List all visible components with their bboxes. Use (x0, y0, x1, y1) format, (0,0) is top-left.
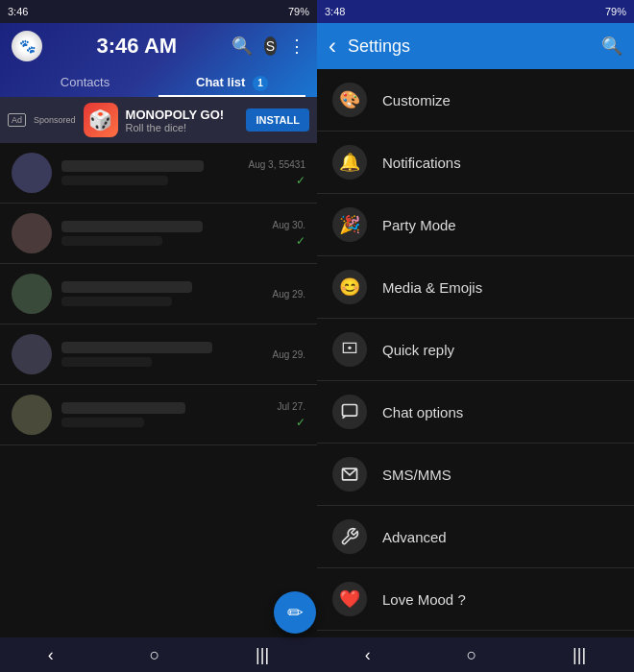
svg-rect-1 (343, 405, 357, 417)
partymode-icon: 🎉 (332, 207, 367, 242)
avatar (12, 153, 52, 193)
ad-subtitle: Roll the dice! (126, 122, 239, 133)
ad-label: Ad (8, 113, 26, 127)
chat-item[interactable]: Jul 27. ✓ (0, 385, 317, 445)
right-status-bar: 3:48 79% (317, 0, 634, 23)
right-back-nav-icon[interactable]: ‹ (365, 645, 371, 665)
ad-title: MONOPOLY GO! (126, 108, 239, 122)
sms-mms-label: SMS/MMS (382, 467, 451, 483)
settings-item-notifications[interactable]: 🔔 Notifications (317, 132, 634, 194)
chat-content (61, 402, 268, 427)
back-button[interactable]: ‹ (329, 33, 336, 60)
notifications-label: Notifications (382, 155, 461, 171)
advanced-label: Advanced (382, 529, 447, 545)
settings-list: 🎨 Customize 🔔 Notifications 🎉 Party Mode… (317, 69, 634, 637)
chat-item[interactable]: Aug 29. (0, 264, 317, 324)
chat-name (61, 402, 185, 414)
media-emojis-icon: 😊 (332, 270, 367, 304)
love-mood-icon: ❤️ (332, 582, 367, 616)
left-clock: 3:46 AM (42, 34, 232, 59)
ad-icon: 🎲 (84, 103, 118, 137)
chat-options-icon (332, 395, 367, 429)
settings-search-icon[interactable]: 🔍 (601, 36, 622, 57)
home-nav-icon[interactable]: ○ (150, 645, 160, 665)
right-home-nav-icon[interactable]: ○ (467, 645, 477, 665)
chat-item[interactable]: Aug 3, 55431 ✓ (0, 143, 317, 204)
search-icon[interactable]: 🔍 (232, 36, 253, 57)
settings-title: Settings (348, 36, 590, 57)
ad-text: MONOPOLY GO! Roll the dice! (126, 108, 239, 133)
right-header: ‹ Settings 🔍 (317, 23, 634, 69)
chat-check: ✓ (296, 174, 305, 187)
left-status-bar: 3:46 79% (0, 0, 317, 23)
chat-content (61, 342, 263, 367)
svg-point-0 (348, 347, 351, 349)
chat-meta: Aug 29. (273, 349, 305, 360)
tab-contacts[interactable]: Contacts (12, 69, 158, 97)
right-time-status: 3:48 (325, 6, 345, 17)
tab-chatlist[interactable]: Chat list 1 (158, 69, 305, 97)
right-recents-nav-icon[interactable]: ||| (573, 645, 586, 665)
chat-name (61, 160, 204, 172)
right-nav-bar: ‹ ○ ||| (317, 637, 634, 672)
chat-meta: Aug 30. ✓ (273, 220, 305, 248)
chat-meta: Jul 27. ✓ (278, 401, 305, 429)
left-panel: 3:46 79% 🐾 3:46 AM 🔍 S ⋮ Contacts Chat l… (0, 0, 317, 672)
advanced-icon (332, 519, 367, 554)
chat-time: Aug 29. (273, 289, 305, 300)
chat-preview (61, 297, 172, 306)
media-emojis-label: Media & Emojis (382, 279, 482, 296)
love-mood-label: Love Mood ? (382, 591, 466, 608)
left-nav-bar: ‹ ○ ||| (0, 637, 317, 672)
partymode-label: Party Mode (382, 217, 456, 233)
settings-item-media-emojis[interactable]: 😊 Media & Emojis (317, 256, 634, 319)
avatar (12, 334, 52, 374)
settings-item-customize[interactable]: 🎨 Customize (317, 69, 634, 132)
sponsored-label: Sponsored (34, 115, 76, 125)
chat-name (61, 281, 192, 293)
chat-preview (61, 176, 168, 185)
recents-nav-icon[interactable]: ||| (256, 645, 269, 665)
install-button[interactable]: INSTALL (246, 108, 309, 132)
chat-preview (61, 236, 162, 246)
back-nav-icon[interactable]: ‹ (48, 645, 54, 665)
settings-item-sms-mms[interactable]: SMS/MMS (317, 444, 634, 506)
chat-check: ✓ (296, 416, 305, 429)
chat-content (61, 221, 263, 246)
chat-name (61, 221, 203, 232)
chat-time: Jul 27. (278, 401, 305, 412)
chat-item[interactable]: Aug 29. (0, 324, 317, 385)
chat-time: Aug 29. (273, 349, 305, 360)
quick-reply-icon (332, 332, 367, 367)
sms-mms-icon (332, 457, 367, 492)
right-panel: 3:48 79% ‹ Settings 🔍 🎨 Customize 🔔 Noti… (317, 0, 634, 672)
chat-preview (61, 418, 144, 427)
left-tabs: Contacts Chat list 1 (12, 69, 305, 97)
app-logo: 🐾 (12, 31, 42, 61)
chat-preview (61, 357, 152, 367)
settings-item-advanced[interactable]: Advanced (317, 506, 634, 568)
quick-reply-label: Quick reply (382, 342, 454, 358)
avatar (12, 213, 52, 253)
chat-list: Aug 3, 55431 ✓ Aug 30. ✓ Aug 29. (0, 143, 317, 637)
avatar (12, 274, 52, 314)
notifications-icon: 🔔 (332, 145, 367, 180)
studio-icon[interactable]: S (264, 36, 277, 56)
chat-meta: Aug 29. (273, 289, 305, 300)
chat-item[interactable]: Aug 30. ✓ (0, 204, 317, 264)
avatar (12, 395, 52, 435)
chat-time: Aug 3, 55431 (249, 159, 306, 170)
chat-name (61, 342, 212, 353)
left-time-status: 3:46 (8, 6, 28, 17)
chat-badge: 1 (253, 76, 268, 91)
settings-item-partymode[interactable]: 🎉 Party Mode (317, 194, 634, 256)
compose-fab[interactable]: ✏ (274, 591, 316, 634)
more-icon[interactable]: ⋮ (288, 36, 305, 57)
chat-time: Aug 30. (273, 220, 305, 230)
settings-item-chat-options[interactable]: Chat options (317, 381, 634, 444)
chat-content (61, 281, 263, 306)
night-mode-row: Night mode 🌙 (317, 631, 634, 637)
settings-item-love-mood[interactable]: ❤️ Love Mood ? (317, 568, 634, 631)
chat-meta: Aug 3, 55431 ✓ (249, 159, 306, 187)
settings-item-quick-reply[interactable]: Quick reply (317, 319, 634, 381)
